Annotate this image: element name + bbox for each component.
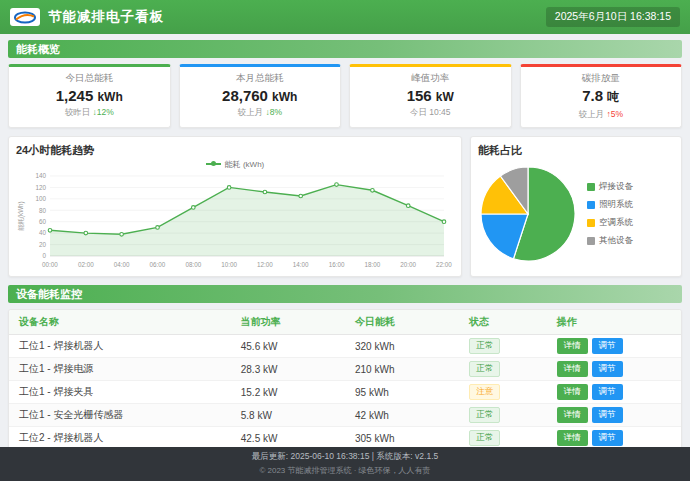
stat-card-peak-power: 峰值功率156 kW今日 10:45: [349, 64, 512, 128]
detail-button[interactable]: 详情: [557, 384, 588, 400]
stat-card-title: 峰值功率: [354, 72, 507, 85]
device-actions: 详情调节: [547, 335, 681, 358]
detail-button[interactable]: 详情: [557, 407, 588, 423]
svg-text:20: 20: [39, 241, 47, 248]
svg-text:80: 80: [39, 207, 47, 214]
device-actions: 详情调节: [547, 358, 681, 381]
svg-text:04:00: 04:00: [114, 261, 130, 268]
adjust-button[interactable]: 调节: [592, 384, 623, 400]
legend-label: 空调系统: [599, 217, 633, 229]
trend-indicator: ↓12%: [93, 107, 114, 117]
detail-button[interactable]: 详情: [557, 361, 588, 377]
datetime-display: 2025年6月10日 16:38:15: [546, 7, 680, 27]
trend-chart-panel: 24小时能耗趋势 能耗 (kWh) 02040608010012014000:0…: [8, 136, 462, 277]
stat-card-value: 28,760 kWh: [184, 87, 337, 104]
legend-label: 其他设备: [599, 235, 633, 247]
column-header-2: 今日能耗: [345, 310, 459, 335]
stat-card-value: 1,245 kWh: [13, 87, 166, 104]
device-energy: 305 kWh: [345, 427, 459, 448]
device-energy: 210 kWh: [345, 358, 459, 381]
detail-button[interactable]: 详情: [557, 338, 588, 354]
table-row: 工位2 - 焊接机器人42.5 kW305 kWh正常详情调节: [9, 427, 681, 448]
svg-text:22:00: 22:00: [436, 261, 452, 268]
legend-label: 焊接设备: [599, 181, 633, 193]
stat-card-title: 今日总能耗: [13, 72, 166, 85]
legend-swatch: [587, 201, 595, 209]
adjust-button[interactable]: 调节: [592, 338, 623, 354]
svg-text:16:00: 16:00: [329, 261, 345, 268]
legend-swatch: [587, 183, 595, 191]
device-table: 设备名称当前功率今日能耗状态操作 工位1 - 焊接机器人45.6 kW320 k…: [9, 310, 681, 447]
svg-text:06:00: 06:00: [150, 261, 166, 268]
trend-indicator: 10:45: [429, 107, 450, 117]
adjust-button[interactable]: 调节: [592, 430, 623, 446]
pie-legend: 焊接设备照明系统空调系统其他设备: [587, 181, 633, 247]
device-energy: 42 kWh: [345, 404, 459, 427]
section-overview-title: 能耗概览: [8, 40, 682, 58]
pie-legend-item: 焊接设备: [587, 181, 633, 193]
svg-text:02:00: 02:00: [78, 261, 94, 268]
trend-chart-legend: 能耗 (kWh): [16, 158, 454, 170]
device-actions: 详情调节: [547, 427, 681, 448]
device-name: 工位1 - 焊接夹具: [9, 381, 231, 404]
device-name: 工位1 - 焊接电源: [9, 358, 231, 381]
trend-chart: 02040608010012014000:0002:0004:0006:0008…: [16, 170, 454, 270]
adjust-button[interactable]: 调节: [592, 361, 623, 377]
header: 节能减排电子看板 2025年6月10日 16:38:15: [0, 0, 690, 34]
svg-text:60: 60: [39, 218, 47, 225]
column-header-0: 设备名称: [9, 310, 231, 335]
svg-text:20:00: 20:00: [400, 261, 416, 268]
device-table-panel: 设备名称当前功率今日能耗状态操作 工位1 - 焊接机器人45.6 kW320 k…: [8, 309, 682, 447]
section-monitor-title: 设备能耗监控: [8, 285, 682, 303]
column-header-3: 状态: [459, 310, 546, 335]
pie-legend-item: 其他设备: [587, 235, 633, 247]
svg-text:能耗(kWh): 能耗(kWh): [17, 201, 25, 230]
page-title: 节能减排电子看板: [48, 8, 164, 26]
pie-chart-area: 焊接设备照明系统空调系统其他设备: [478, 164, 674, 264]
detail-button[interactable]: 详情: [557, 430, 588, 446]
pie-chart-panel: 能耗占比 焊接设备照明系统空调系统其他设备: [470, 136, 682, 277]
device-actions: 详情调节: [547, 381, 681, 404]
device-status-cell: 正常: [459, 335, 546, 358]
trend-chart-title: 24小时能耗趋势: [16, 143, 454, 158]
trend-indicator: ↑5%: [606, 109, 623, 119]
svg-text:0: 0: [42, 252, 46, 259]
device-name: 工位2 - 焊接机器人: [9, 427, 231, 448]
legend-swatch: [587, 237, 595, 245]
device-power: 42.5 kW: [231, 427, 345, 448]
footer-update-info: 最后更新: 2025-06-10 16:38:15 | 系统版本: v2.1.5: [0, 451, 690, 463]
device-name: 工位1 - 安全光栅传感器: [9, 404, 231, 427]
table-header-row: 设备名称当前功率今日能耗状态操作: [9, 310, 681, 335]
stat-card-sub: 较昨日 ↓12%: [13, 107, 166, 119]
stat-card-month-energy: 本月总能耗28,760 kWh较上月 ↓8%: [179, 64, 342, 128]
legend-label: 照明系统: [599, 199, 633, 211]
table-row: 工位1 - 焊接夹具15.2 kW95 kWh注意详情调节: [9, 381, 681, 404]
stat-card-value: 156 kW: [354, 87, 507, 104]
status-badge: 正常: [469, 430, 500, 446]
adjust-button[interactable]: 调节: [592, 407, 623, 423]
stat-card-today-energy: 今日总能耗1,245 kWh较昨日 ↓12%: [8, 64, 171, 128]
status-badge: 正常: [469, 407, 500, 423]
svg-text:140: 140: [35, 172, 46, 179]
stat-cards: 今日总能耗1,245 kWh较昨日 ↓12%本月总能耗28,760 kWh较上月…: [8, 64, 682, 128]
device-energy: 320 kWh: [345, 335, 459, 358]
logo: [10, 8, 40, 26]
device-status-cell: 正常: [459, 358, 546, 381]
svg-text:120: 120: [35, 184, 46, 191]
footer: 最后更新: 2025-06-10 16:38:15 | 系统版本: v2.1.5…: [0, 447, 690, 481]
table-row: 工位1 - 焊接电源28.3 kW210 kWh正常详情调节: [9, 358, 681, 381]
device-power: 5.8 kW: [231, 404, 345, 427]
dashboard-page: 节能减排电子看板 2025年6月10日 16:38:15 能耗概览 今日总能耗1…: [0, 0, 690, 481]
column-header-4: 操作: [547, 310, 681, 335]
status-badge: 注意: [469, 384, 500, 400]
stat-card-value: 7.8 吨: [525, 87, 678, 106]
device-power: 28.3 kW: [231, 358, 345, 381]
stat-card-title: 碳排放量: [525, 72, 678, 85]
device-energy: 95 kWh: [345, 381, 459, 404]
trend-indicator: ↓8%: [265, 107, 282, 117]
device-name: 工位1 - 焊接机器人: [9, 335, 231, 358]
stat-card-sub: 今日 10:45: [354, 107, 507, 119]
pie-chart: [478, 164, 578, 264]
svg-text:00:00: 00:00: [42, 261, 58, 268]
svg-text:18:00: 18:00: [364, 261, 380, 268]
